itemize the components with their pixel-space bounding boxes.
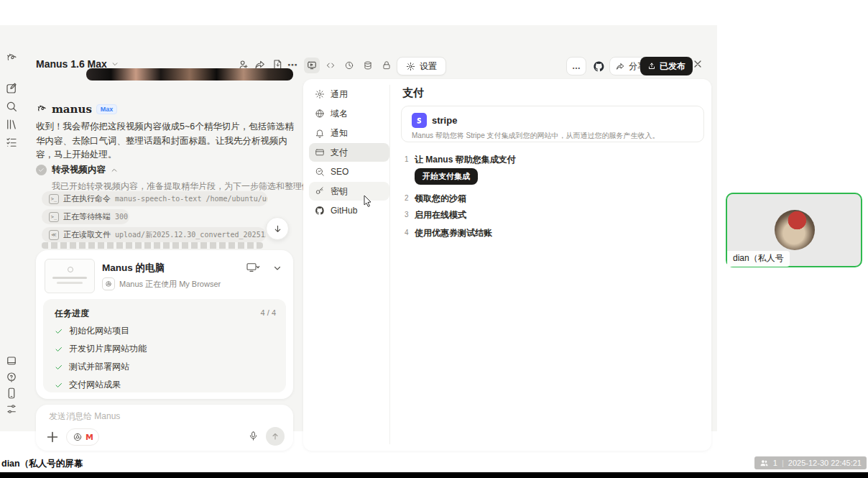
settings-nav-github[interactable]: GitHub	[309, 201, 389, 220]
display-select-icon[interactable]	[246, 262, 260, 273]
gear-icon	[315, 89, 325, 99]
gmail-icon: M	[86, 433, 93, 442]
settings-nav-seo[interactable]: SEO	[309, 162, 389, 181]
step-number: 2	[405, 194, 409, 202]
panel-more-button[interactable]: …	[566, 57, 586, 75]
mic-button[interactable]	[248, 431, 259, 441]
library-icon[interactable]	[5, 118, 18, 131]
mobile-icon[interactable]	[5, 387, 18, 400]
message-composer[interactable]: M	[36, 405, 293, 451]
manus-avatar-icon	[36, 104, 47, 115]
bottom-bar	[0, 472, 868, 478]
file-icon: ≪	[49, 230, 59, 240]
task-item[interactable]: 交付网站成果	[55, 379, 121, 391]
code-tab-icon[interactable]	[323, 58, 338, 73]
task-progress-panel: 任务进度 4 / 4 初始化网站项目 开发切片库网站功能 测试并部署网站 交付网…	[43, 299, 286, 392]
terminal-icon: >_	[49, 212, 59, 222]
mic-icon	[248, 431, 259, 441]
start-payment-integration-button[interactable]: 开始支付集成	[415, 168, 478, 185]
help-icon[interactable]	[5, 371, 18, 384]
settings-nav-notifications[interactable]: 通知	[309, 124, 389, 142]
globe-icon	[315, 109, 325, 119]
tasks-icon[interactable]	[5, 136, 18, 149]
divider	[389, 85, 390, 444]
viewers-icon	[760, 459, 769, 468]
avatar	[775, 210, 815, 250]
search-icon[interactable]	[5, 100, 18, 113]
secrets-tab-icon[interactable]	[379, 58, 394, 73]
step-number: 1	[405, 155, 409, 163]
task-item[interactable]: 开发切片库网站功能	[55, 343, 147, 355]
command-pill[interactable]: ≪ 正在读取文件 upload/新2025.12.30_converted_20…	[42, 227, 266, 242]
settings-nav-general[interactable]: 通用	[309, 85, 389, 104]
terminal-icon: >_	[49, 194, 59, 204]
step-text: 启用在线模式	[415, 209, 466, 221]
preferences-icon[interactable]	[5, 403, 18, 415]
browser-icon	[102, 277, 115, 290]
step-text: 领取您的沙箱	[415, 193, 466, 205]
collapse-icon[interactable]	[111, 167, 118, 174]
progress-count: 4 / 4	[261, 308, 276, 317]
step-text: 使用优惠券测试结账	[415, 227, 492, 239]
step-text: 让 Manus 帮助您集成支付	[415, 154, 516, 166]
publish-button[interactable]: 已发布	[640, 57, 693, 75]
publish-icon	[647, 62, 656, 70]
github-icon	[315, 206, 325, 216]
message-input[interactable]	[47, 410, 266, 422]
command-pill[interactable]: >_ 正在等待终端 300 秒	[42, 209, 129, 224]
step-number: 3	[405, 211, 409, 219]
task-item[interactable]: 初始化网站项目	[55, 325, 129, 337]
database-tab-icon[interactable]	[360, 58, 376, 73]
plus-icon	[45, 429, 60, 445]
chevron-down-icon	[111, 60, 119, 68]
clipped-text-line	[42, 242, 263, 249]
bell-icon	[315, 128, 325, 138]
close-icon	[692, 58, 703, 70]
attach-button[interactable]	[45, 429, 60, 445]
assistant-header: manus Max	[36, 103, 117, 116]
new-task-icon[interactable]	[5, 82, 18, 95]
laptop-icon[interactable]	[5, 355, 18, 368]
stripe-logo	[412, 113, 427, 128]
computer-preview-thumbnail[interactable]	[45, 259, 95, 293]
preview-tab-icon[interactable]	[304, 58, 320, 73]
manus-logo-icon[interactable]	[5, 52, 18, 65]
send-button[interactable]	[266, 427, 285, 446]
step-done-icon	[36, 165, 47, 175]
step-section-header[interactable]: 转录视频内容	[36, 164, 118, 176]
webcam-overlay[interactable]: dian（私人号	[726, 193, 862, 267]
arrow-up-icon	[271, 432, 280, 441]
credit-card-icon	[315, 147, 325, 157]
step-section-title: 转录视频内容	[52, 164, 106, 176]
close-panel-button[interactable]	[692, 58, 703, 70]
timestamp: 2025-12-30 22:45:21	[788, 459, 862, 467]
assistant-name: manus	[52, 103, 92, 116]
check-icon	[55, 327, 63, 336]
step-number: 4	[405, 229, 409, 236]
webcam-name-label: dian（私人号	[727, 251, 790, 267]
connectors-pill[interactable]: M	[66, 428, 99, 446]
computer-card[interactable]: Manus 的电脑 Manus 正在使用 My Browser 任务进度 4 /…	[36, 250, 293, 399]
settings-nav-secrets[interactable]: 密钥	[309, 182, 389, 201]
computer-status: Manus 正在使用 My Browser	[102, 277, 221, 290]
browser-icon	[73, 432, 83, 442]
scroll-to-bottom-button[interactable]	[266, 217, 289, 240]
settings-nav-payments[interactable]: 支付	[309, 143, 389, 162]
history-tab-icon[interactable]	[341, 58, 357, 73]
stripe-card[interactable]: stripe Manus 帮助您将 Stripe 支付集成到您的网站中，从而通过…	[401, 106, 704, 142]
arrow-down-icon	[273, 224, 282, 234]
github-button[interactable]	[591, 58, 606, 74]
command-pill[interactable]: >_ 正在执行命令 manus-speech-to-text /home/ubu…	[42, 191, 267, 206]
recording-meta-badge: 1 | 2025-12-30 22:45:21	[754, 456, 867, 469]
task-item[interactable]: 测试并部署网站	[55, 361, 129, 373]
settings-panel: 通用 域名 通知 支付 SEO 密钥	[303, 79, 711, 451]
screen: Manus 1.6 Max ⋯ manus Max 收到！我会帮你把这段视频内容…	[0, 0, 868, 478]
settings-button[interactable]: 设置	[397, 57, 446, 75]
collapse-card-icon[interactable]	[273, 264, 282, 272]
computer-card-title: Manus 的电脑	[102, 262, 165, 275]
video-frame-strip	[86, 68, 293, 81]
mouse-cursor	[363, 195, 373, 208]
settings-nav-domain[interactable]: 域名	[309, 104, 389, 123]
shared-screen-label: dian（私人号的屏幕	[1, 458, 83, 470]
viewer-count: 1	[773, 459, 777, 467]
